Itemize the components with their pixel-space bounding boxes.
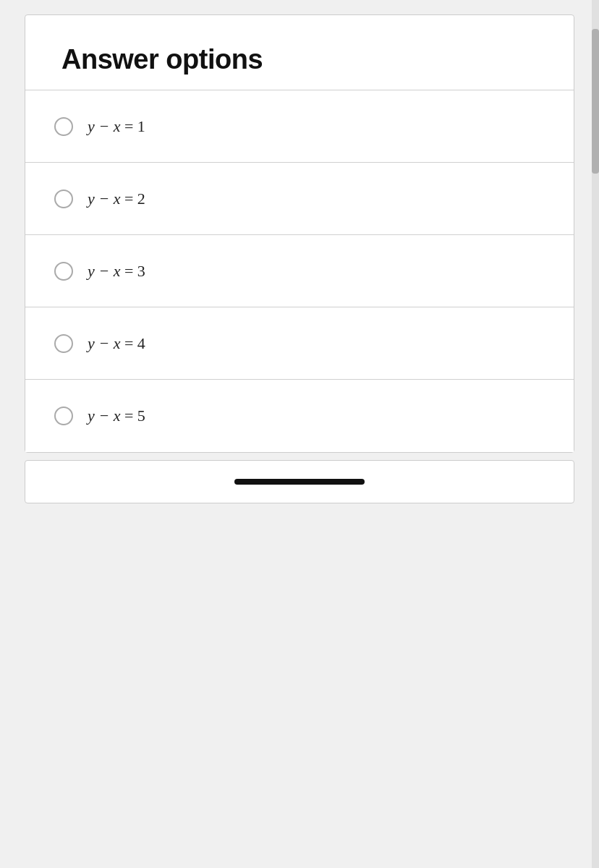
radio-button-5[interactable] bbox=[54, 407, 73, 425]
card-header: Answer options bbox=[25, 15, 574, 90]
bottom-bar bbox=[25, 460, 574, 503]
scrollbar[interactable] bbox=[592, 0, 599, 868]
option-label-3: y − x = 3 bbox=[88, 262, 145, 281]
radio-button-3[interactable] bbox=[54, 262, 73, 281]
option-item-5[interactable]: y − x = 5 bbox=[25, 380, 574, 452]
bottom-indicator bbox=[234, 479, 365, 485]
option-label-2: y − x = 2 bbox=[88, 190, 145, 208]
radio-button-1[interactable] bbox=[54, 117, 73, 136]
option-item-1[interactable]: y − x = 1 bbox=[25, 90, 574, 163]
option-item-4[interactable]: y − x = 4 bbox=[25, 307, 574, 380]
option-label-4: y − x = 4 bbox=[88, 334, 145, 353]
option-item-2[interactable]: y − x = 2 bbox=[25, 163, 574, 235]
options-list: y − x = 1 y − x = 2 y − x = 3 y − x = 4 … bbox=[25, 90, 574, 452]
radio-button-4[interactable] bbox=[54, 334, 73, 353]
option-label-1: y − x = 1 bbox=[88, 117, 145, 136]
page-title: Answer options bbox=[61, 44, 538, 75]
answer-options-card: Answer options y − x = 1 y − x = 2 y − x… bbox=[25, 14, 574, 453]
option-label-5: y − x = 5 bbox=[88, 407, 145, 425]
radio-button-2[interactable] bbox=[54, 190, 73, 208]
scrollbar-thumb[interactable] bbox=[592, 29, 599, 174]
option-item-3[interactable]: y − x = 3 bbox=[25, 235, 574, 307]
